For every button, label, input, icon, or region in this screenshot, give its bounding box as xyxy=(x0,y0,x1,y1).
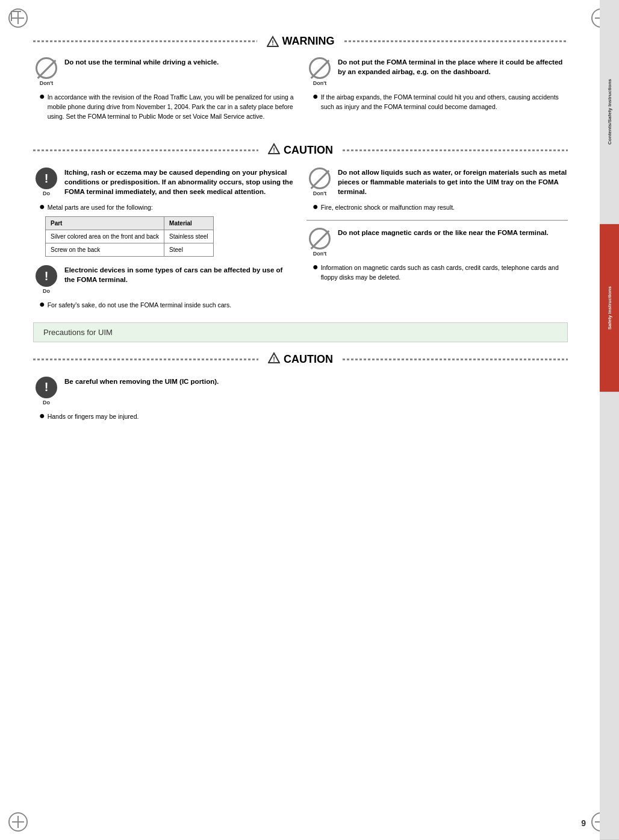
warning-title-text: WARNING xyxy=(282,35,335,48)
side-tab-safety-instructions[interactable]: Safety Instructions xyxy=(600,224,619,392)
dont-label-driving: Don't xyxy=(40,80,54,86)
caution2-header-line-right xyxy=(343,359,568,360)
bullet-dot: ● xyxy=(39,202,45,212)
caution-electronic-body: ● For safety's sake, do not use the FOMA… xyxy=(33,299,294,310)
caution-liquids-bullet-text: Fire, electronic shock or malfunction ma… xyxy=(321,203,455,213)
table-row: Silver colored area on the front and bac… xyxy=(46,230,214,243)
caution1-header-line-right xyxy=(343,149,568,151)
caution-item-rash-header: ! Do Itching, rash or eczema may be caus… xyxy=(33,168,294,199)
caution-liquids-bullet: ● Fire, electronic shock or malfunction … xyxy=(313,203,568,213)
precautions-banner-text: Precautions for UIM xyxy=(43,328,113,337)
caution-rash-body: ● Metal parts are used for the following… xyxy=(33,201,294,257)
caution-item-magnetic: Don't Do not place magnetic cards or the… xyxy=(306,225,568,285)
caution1-section-header: ! CAUTION xyxy=(33,143,568,158)
caution-magnetic-title: Do not place magnetic cards or the like … xyxy=(338,228,568,237)
table-cell-material2: Steel xyxy=(164,243,213,257)
table-cell-part1: Silver colored area on the front and bac… xyxy=(46,230,164,243)
caution1-title: ! CAUTION xyxy=(258,143,343,158)
material-table: Part Material Silver colored area on the… xyxy=(45,216,214,257)
caution1-right-col: Don't Do not allow liquids such as water… xyxy=(306,165,568,284)
caution2-triangle-icon: ! xyxy=(268,352,280,367)
warning-airbag-title: Do not put the FOMA terminal in the plac… xyxy=(338,57,568,77)
dont-label-airbag: Don't xyxy=(313,80,327,86)
warning-airbag-bullet-text: If the airbag expands, the FOMA terminal… xyxy=(321,93,568,112)
caution-item-liquids-header: Don't Do not allow liquids such as water… xyxy=(306,168,568,199)
caution-magnetic-bullet-text: Information on magnetic cards such as ca… xyxy=(321,263,568,283)
corner-decoration-tl xyxy=(6,6,30,30)
caution1-title-text: CAUTION xyxy=(284,144,333,157)
do-icon-electronic: ! Do xyxy=(33,265,60,296)
caution2-section-header: ! CAUTION xyxy=(33,352,568,367)
do-circle-rash: ! xyxy=(36,168,57,189)
warning-title: ! WARNING xyxy=(257,35,344,48)
bullet-dot: ● xyxy=(39,92,45,101)
dont-slash-driving xyxy=(37,60,57,79)
caution-item-liquids: Don't Do not allow liquids such as water… xyxy=(306,165,568,215)
caution-item-rash: ! Do Itching, rash or eczema may be caus… xyxy=(33,165,294,259)
page: Contents/Safety Instructions Safety Inst… xyxy=(0,0,619,840)
bullet-dot: ● xyxy=(39,299,45,309)
caution1-triangle-icon: ! xyxy=(268,143,280,158)
table-cell-part2: Screw on the back xyxy=(46,243,164,257)
svg-text:!: ! xyxy=(273,356,275,363)
dont-slash-magnetic xyxy=(311,230,330,249)
dont-icon-driving: Don't xyxy=(33,57,60,89)
warning-driving-bullet: ● In accordance with the revision of the… xyxy=(39,93,294,121)
horizontal-divider xyxy=(306,220,568,221)
bullet-dot: ● xyxy=(39,411,45,421)
side-tab-contents-safety[interactable]: Contents/Safety Instructions xyxy=(600,0,619,224)
do-label-uim: Do xyxy=(43,400,50,406)
caution2-title: ! CAUTION xyxy=(258,352,343,367)
warning-airbag-body: ● If the airbag expands, the FOMA termin… xyxy=(306,91,568,112)
warning-driving-title: Do not use the terminal while driving a … xyxy=(64,57,294,67)
table-row: Screw on the back Steel xyxy=(46,243,214,257)
caution-uim-bullet-text: Hands or fingers may be injured. xyxy=(48,412,139,422)
warning-driving-bullet-text: In accordance with the revision of the R… xyxy=(48,93,294,121)
warning-item-airbag-header: Don't Do not put the FOMA terminal in th… xyxy=(306,57,568,89)
table-cell-material1: Stainless steel xyxy=(164,230,213,243)
caution-rash-bullet: ● Metal parts are used for the following… xyxy=(39,203,294,213)
do-label-rash: Do xyxy=(43,190,50,196)
caution-uim-body: ● Hands or fingers may be injured. xyxy=(33,410,568,422)
caution-electronic-bullet: ● For safety's sake, do not use the FOMA… xyxy=(39,301,294,310)
warning-header-line-left xyxy=(33,40,257,42)
bullet-dot: ● xyxy=(313,202,319,212)
warning-driving-body: ● In accordance with the revision of the… xyxy=(33,91,294,121)
precautions-banner: Precautions for UIM xyxy=(33,322,568,342)
caution2-header-line-left xyxy=(33,359,258,360)
side-tab-safety-instructions-label: Safety Instructions xyxy=(607,286,612,330)
warning-item-airbag: Don't Do not put the FOMA terminal in th… xyxy=(306,55,568,124)
page-number: 9 xyxy=(581,818,586,828)
caution-electronic-bullet-text: For safety's sake, do not use the FOMA t… xyxy=(48,301,231,310)
do-icon-rash: ! Do xyxy=(33,168,60,199)
caution-liquids-title: Do not allow liquids such as water, or f… xyxy=(338,168,568,196)
dont-circle-driving xyxy=(36,57,57,79)
svg-text:!: ! xyxy=(273,146,275,154)
dont-slash-airbag xyxy=(311,60,330,79)
bullet-dot: ● xyxy=(313,262,319,272)
bullet-dot: ● xyxy=(313,92,319,101)
caution-magnetic-body: ● Information on magnetic cards such as … xyxy=(306,262,568,283)
caution-electronic-title: Electronic devices in some types of cars… xyxy=(64,265,294,284)
caution1-items-grid: ! Do Itching, rash or eczema may be caus… xyxy=(33,165,568,313)
caution-item-magnetic-header: Don't Do not place magnetic cards or the… xyxy=(306,228,568,259)
dont-icon-liquids: Don't xyxy=(306,168,333,199)
side-tab-empty xyxy=(600,392,619,840)
table-header-material: Material xyxy=(164,217,213,230)
warning-airbag-bullet: ● If the airbag expands, the FOMA termin… xyxy=(313,93,568,112)
caution1-left-col: ! Do Itching, rash or eczema may be caus… xyxy=(33,165,294,313)
dont-label-magnetic: Don't xyxy=(313,251,327,257)
caution-uim-title: Be careful when removing the UIM (IC por… xyxy=(64,377,568,386)
gap1 xyxy=(33,130,568,138)
do-icon-uim: ! Do xyxy=(33,377,60,408)
caution-rash-bullet-text: Metal parts are used for the following: xyxy=(48,203,153,213)
dont-circle-magnetic xyxy=(309,228,331,249)
warning-item-driving: Don't Do not use the terminal while driv… xyxy=(33,55,294,124)
main-content: ! WARNING Don't Do not use the ter xyxy=(0,0,619,454)
do-circle-electronic: ! xyxy=(36,265,57,287)
caution-liquids-body: ● Fire, electronic shock or malfunction … xyxy=(306,201,568,213)
caution-magnetic-bullet: ● Information on magnetic cards such as … xyxy=(313,263,568,283)
corner-decoration-bl xyxy=(6,810,30,834)
dont-label-liquids: Don't xyxy=(313,190,327,196)
dont-icon-magnetic: Don't xyxy=(306,228,333,259)
